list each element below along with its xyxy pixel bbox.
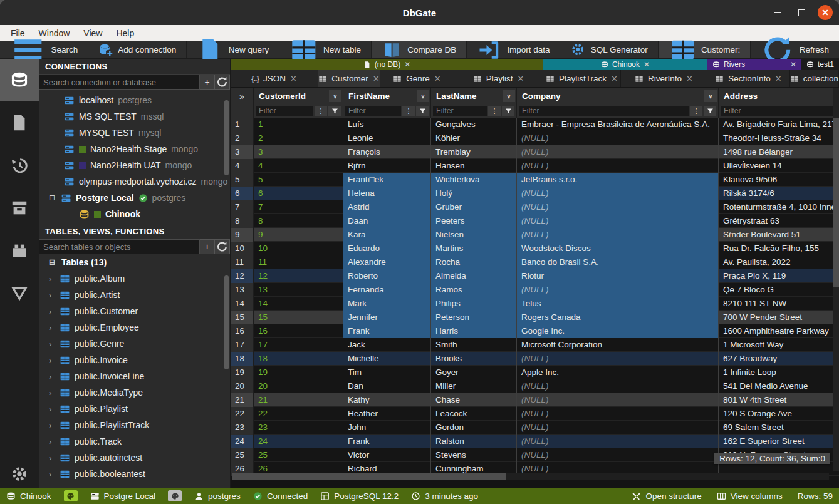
grid-cell[interactable]: 12 [254, 269, 343, 283]
grid-cell[interactable]: Chase [431, 393, 517, 407]
grid-cell[interactable]: (NULL) [517, 435, 719, 448]
grid-cell[interactable]: 2 [254, 131, 343, 145]
grid-cell[interactable]: Helena [343, 187, 431, 200]
grid-cell[interactable]: Alexandre [343, 255, 431, 269]
grid-cell[interactable]: Leacock [431, 407, 517, 421]
grid-cell[interactable]: 18 [231, 352, 254, 366]
toolbar-button[interactable]: New query [187, 41, 279, 58]
grid-cell[interactable]: 5 [231, 173, 254, 187]
column-header-customerid[interactable]: CustomerId∨ [254, 88, 343, 104]
toolbar-button[interactable]: Search [0, 41, 88, 58]
close-icon[interactable]: ✕ [686, 74, 693, 83]
grid-cell[interactable]: Köhler [431, 131, 517, 145]
rail-plugins-icon[interactable] [0, 229, 39, 272]
connection-item[interactable]: Chinook [39, 206, 230, 222]
collapse-icon[interactable]: ⊟ [48, 193, 56, 202]
status-item[interactable]: Chinook [6, 491, 51, 501]
grid-cell[interactable]: (NULL) [517, 393, 719, 407]
tab[interactable]: PlaylistTrack ✕ [543, 70, 621, 87]
grid-cell[interactable]: Gordon [431, 421, 517, 435]
grid-cell[interactable]: 25 [231, 448, 254, 462]
grid-cell[interactable]: JetBrains s.r.o. [517, 173, 719, 187]
grid-cell[interactable]: Av. Brigadeiro Faria Lima, 2170 [719, 118, 839, 131]
table-item[interactable]: › public.Album [39, 270, 230, 287]
connection-item[interactable]: Nano2Health UAT mongo [39, 157, 230, 173]
connection-item[interactable]: MS SQL TEST mssql [39, 108, 230, 125]
table-row[interactable]: 1616FrankHarrisGoogle Inc.1600 Amphithea… [231, 324, 839, 338]
table-item[interactable]: › public.Genre [39, 336, 230, 352]
grid-cell[interactable]: (NULL) [517, 379, 719, 393]
status-item[interactable]: postgres [194, 491, 241, 501]
filter-input[interactable] [345, 106, 401, 116]
grid-cell[interactable]: Leonie [343, 131, 431, 145]
grid-cell[interactable]: Hansen [431, 159, 517, 173]
grid-cell[interactable]: Astrid [343, 200, 431, 214]
settings-gear-icon[interactable] [0, 465, 39, 483]
table-item[interactable]: › public.MediaType [39, 384, 230, 401]
grid-cell[interactable]: 1 Microsoft Way [719, 338, 788, 352]
table-row[interactable]: 99KaraNielsen(NULL)Sřnder Boulevard 51 [231, 228, 839, 242]
grid-cell[interactable]: Tremblay [431, 145, 517, 159]
grid-cell[interactable]: Theodor-Heuss-Straße 34 [719, 131, 826, 145]
table-item[interactable]: › public.Artist [39, 287, 230, 303]
grid-cell[interactable]: Nielsen [431, 228, 517, 242]
kebab-menu-icon[interactable]: ⋮ [402, 106, 415, 116]
chevron-right-icon[interactable]: › [49, 274, 55, 284]
grid-cell[interactable]: 10 [231, 242, 254, 255]
tables-scrollbar[interactable] [224, 275, 229, 369]
connection-item[interactable]: olympus-medportal.vychozi.cz mongo [39, 173, 230, 190]
grid-cell[interactable]: Kathy [343, 393, 431, 407]
status-action[interactable]: Rows: 59 [798, 491, 833, 501]
refresh-button[interactable]: Refresh [750, 41, 839, 58]
grid-cell[interactable]: Praça Pio X, 119 [719, 269, 790, 283]
grid-cell[interactable]: Tim [343, 366, 431, 379]
grid-cell[interactable]: Dan [343, 379, 431, 393]
grid-cell[interactable]: 120 S Orange Ave [719, 407, 796, 421]
menu-item[interactable]: View [78, 27, 108, 39]
grid-cell[interactable]: 17 [231, 338, 254, 352]
grid-cell[interactable]: 15 [254, 311, 343, 324]
grid-cell[interactable]: 162 E Superior Street [719, 435, 809, 448]
expand-all-header[interactable]: » [231, 88, 254, 104]
grid-cell[interactable]: John [343, 421, 431, 435]
status-item[interactable]: Connected [253, 491, 308, 501]
table-row[interactable]: 44BjřrnHansen(NULL)Ullevĺlsveien 14 [231, 159, 839, 173]
grid-cell[interactable]: (NULL) [517, 187, 719, 200]
close-icon[interactable]: ✕ [404, 60, 410, 69]
table-item[interactable]: › public.Track [39, 433, 230, 450]
connection-item[interactable]: Nano2Health Stage mongo [39, 141, 230, 157]
grid-cell[interactable]: Gruber [431, 200, 517, 214]
table-row[interactable]: 1212RobertoAlmeidaRioturPraça Pio X, 119 [231, 269, 839, 283]
tab[interactable]: RiverInfo ✕ [621, 70, 707, 87]
grid-cell[interactable]: Rotenturmstraße 4, 1010 Innere Stadt [719, 200, 839, 214]
funnel-icon[interactable] [502, 106, 514, 116]
grid-cell[interactable]: 24 [254, 435, 343, 448]
table-row[interactable]: 33FrançoisTremblay(NULL)1498 rue Bélange… [231, 145, 839, 159]
grid-cell[interactable]: Grétrystraat 63 [719, 214, 784, 228]
grid-cell[interactable]: Telus [517, 297, 719, 311]
grid-cell[interactable]: Peeters [431, 214, 517, 228]
grid-cell[interactable]: 700 W Pender Street [719, 311, 806, 324]
grid-cell[interactable]: 8 [231, 214, 254, 228]
grid-cell[interactable]: Harris [431, 324, 517, 338]
add-connection-plus-button[interactable]: + [200, 75, 215, 90]
grid-cell[interactable]: Frank [343, 324, 431, 338]
toolbar-button[interactable]: SQL Generator [560, 41, 658, 58]
status-item[interactable]: 3 minutes ago [411, 491, 478, 501]
grid-cell[interactable]: 7 [231, 200, 254, 214]
grid-cell[interactable]: Bjřrn [343, 159, 431, 173]
grid-cell[interactable]: 1 Infinite Loop [719, 366, 781, 379]
status-item[interactable]: PostgreSQL 12.2 [320, 491, 399, 501]
grid-cell[interactable]: Ramos [431, 283, 517, 297]
grid-cell[interactable]: 4 [254, 159, 343, 173]
maximize-button[interactable] [794, 5, 809, 20]
chevron-right-icon[interactable]: › [49, 291, 55, 300]
column-header-address[interactable]: Address [719, 88, 839, 104]
funnel-icon[interactable] [416, 106, 429, 116]
grid-cell[interactable]: Almeida [431, 269, 517, 283]
grid-cell[interactable]: 3 [254, 145, 343, 159]
status-item[interactable] [64, 490, 78, 501]
chevron-right-icon[interactable]: › [49, 453, 55, 463]
grid-cell[interactable]: Goyer [431, 366, 517, 379]
column-header-company[interactable]: Company∨ [517, 88, 719, 104]
